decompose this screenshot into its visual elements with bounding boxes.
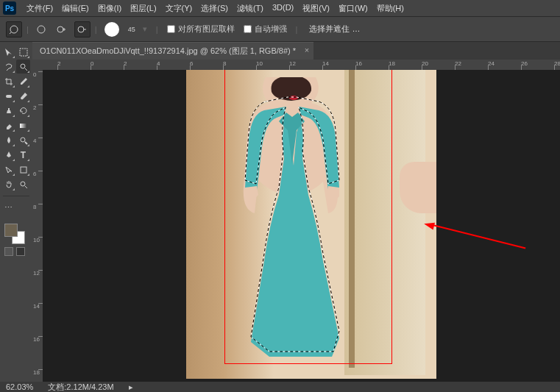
menu-item[interactable]: 编辑(E) (57, 1, 93, 16)
svg-rect-4 (20, 49, 27, 56)
quick-mask-toggle[interactable] (1, 247, 31, 256)
menu-bar: Ps 文件(F)编辑(E)图像(I)图层(L)文字(Y)选择(S)滤镜(T)3D… (0, 0, 560, 17)
document-tab-bar: O1CN011XOeaDmoDJiVqtt_!!91372914.jpg @ 6… (0, 42, 560, 60)
select-and-mask-button[interactable]: 选择并遮住 … (309, 24, 360, 35)
tab-title: O1CN011XOeaDmoDJiVqtt_!!91372914.jpg @ 6… (40, 46, 296, 55)
type-tool[interactable]: T (16, 148, 30, 162)
app-logo: Ps (3, 1, 16, 15)
horizontal-ruler: 20246810121416182022242628 (43, 60, 560, 70)
menu-item[interactable]: 文字(Y) (161, 1, 197, 16)
new-selection-icon[interactable] (33, 21, 49, 38)
menu-item[interactable]: 视图(V) (298, 1, 334, 16)
annotation-rectangle (224, 70, 392, 364)
arm-region (400, 162, 436, 213)
lasso-tool[interactable] (1, 60, 15, 74)
close-icon[interactable]: × (305, 46, 309, 54)
menu-item[interactable]: 选择(S) (196, 1, 233, 16)
status-bar: 62.03% 文档:2.12M/4.23M ▸ (0, 382, 560, 392)
tools-panel: T ⋯ (0, 42, 32, 382)
workspace: 20246810121416182022242628 0246810121416… (32, 60, 560, 382)
crop-tool[interactable] (1, 74, 15, 88)
add-selection-icon[interactable] (54, 21, 70, 38)
foreground-color[interactable] (4, 224, 18, 237)
blur-tool[interactable] (1, 133, 15, 147)
dodge-tool[interactable] (16, 133, 30, 147)
svg-point-1 (38, 26, 45, 33)
canvas[interactable] (43, 70, 560, 382)
menu-items: 文件(F)编辑(E)图像(I)图层(L)文字(Y)选择(S)滤镜(T)3D(D)… (22, 1, 408, 16)
marquee-tool[interactable] (16, 45, 30, 59)
shape-tool[interactable] (16, 163, 30, 177)
tool-preset-icon[interactable] (6, 21, 22, 38)
subtract-selection-icon[interactable] (74, 21, 91, 38)
eraser-tool[interactable] (1, 118, 15, 132)
menu-item[interactable]: 图像(I) (93, 1, 126, 16)
vertical-ruler: 024681012141618 (32, 60, 43, 382)
svg-point-8 (21, 138, 25, 142)
hand-tool[interactable] (1, 177, 15, 191)
brush-tool[interactable] (16, 89, 30, 103)
menu-item[interactable]: 3D(D) (268, 1, 298, 16)
brush-dot-icon (104, 22, 119, 37)
options-bar: | | 45 ▾ | 对所有图层取样 自动增强 | 选择并遮住 … (0, 17, 560, 42)
auto-enhance-checkbox[interactable]: 自动增强 (244, 24, 287, 35)
sample-all-layers-checkbox[interactable]: 对所有图层取样 (167, 24, 235, 35)
edit-toolbar[interactable]: ⋯ (1, 201, 15, 215)
move-tool[interactable] (1, 45, 15, 59)
document-tab[interactable]: O1CN011XOeaDmoDJiVqtt_!!91372914.jpg @ 6… (32, 42, 313, 60)
svg-point-10 (21, 182, 25, 186)
history-brush-tool[interactable] (16, 104, 30, 118)
gradient-tool[interactable] (16, 118, 30, 132)
brush-size-label: 45 (128, 26, 135, 33)
brush-preview[interactable] (104, 22, 121, 37)
healing-brush-tool[interactable] (1, 89, 15, 103)
color-swatches[interactable] (1, 222, 31, 244)
document-size[interactable]: 文档:2.12M/4.23M (48, 382, 113, 393)
eyedropper-tool[interactable] (16, 74, 30, 88)
pen-tool[interactable] (1, 148, 15, 162)
menu-item[interactable]: 帮助(H) (372, 1, 408, 16)
svg-rect-9 (21, 167, 26, 173)
path-selection-tool[interactable] (1, 163, 15, 177)
menu-item[interactable]: 滤镜(T) (233, 1, 268, 16)
svg-point-2 (57, 26, 63, 32)
status-chevron-icon[interactable]: ▸ (129, 382, 133, 392)
svg-point-3 (78, 26, 84, 32)
menu-item[interactable]: 窗口(W) (334, 1, 372, 16)
quick-selection-tool[interactable] (16, 60, 30, 74)
annotation-arrow (433, 224, 526, 249)
svg-rect-6 (6, 95, 12, 98)
svg-point-5 (21, 64, 25, 68)
zoom-level[interactable]: 62.03% (6, 382, 33, 391)
clone-stamp-tool[interactable] (1, 104, 15, 118)
svg-rect-7 (20, 124, 27, 128)
menu-item[interactable]: 图层(L) (126, 1, 160, 16)
zoom-tool[interactable] (16, 177, 30, 191)
menu-item[interactable]: 文件(F) (22, 1, 57, 16)
